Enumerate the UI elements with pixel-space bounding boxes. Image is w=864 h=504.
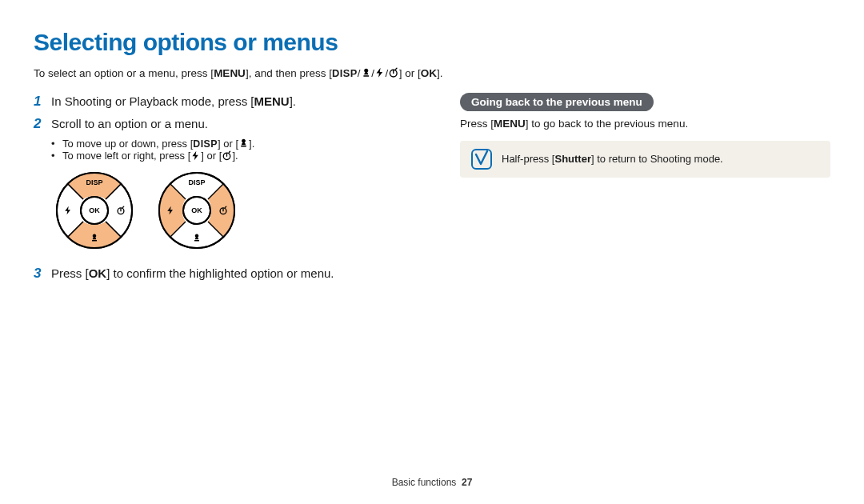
menu-token: MENU [254,95,289,107]
page-title: Selecting options or menus [34,29,830,56]
ok-label: OK [191,206,202,214]
step-2-text: Scroll to an option or a menu. [51,115,208,132]
dial-diagram-row: DISP OK [54,170,404,250]
disp-token: DISP [332,69,358,79]
s1-post: ]. [290,94,296,108]
footer: Basic functions 27 [0,477,864,488]
s3-pre: Press [ [51,266,89,280]
svg-rect-24 [472,150,491,169]
note-box: Half-press [Shutter] to return to Shooti… [460,141,830,178]
intro-pre: To select an option or a menu, press [ [34,67,214,79]
shutter-bold: Shutter [554,153,591,165]
sub1-end: ]. [249,138,254,150]
note-text: Half-press [Shutter] to return to Shooti… [502,153,723,165]
note-icon [471,149,492,170]
timer-icon [388,67,399,80]
disp-label: DISP [86,178,102,186]
ok-token: OK [89,267,107,279]
disp-token: DISP [193,139,218,149]
intro-end: ]. [437,67,443,79]
sub-item: To move left or right, press [] or []. [51,150,404,162]
ok-label: OK [89,206,100,214]
step-3-text: Press [OK] to confirm the highlighted op… [51,265,334,282]
flash-icon [374,67,386,80]
go-back-line: Press [MENU] to go back to the previous … [460,118,830,130]
gb-pre: Press [ [460,118,494,130]
dial-horizontal: DISP OK [157,170,237,250]
page-number: 27 [462,477,472,488]
flash-icon [190,150,201,162]
sub1-pre: To move up or down, press [ [62,138,193,150]
sub2-end: ]. [232,150,238,162]
gb-post: ] to go back to the previous menu. [526,118,688,130]
note-pre: Half-press [ [502,153,554,165]
footer-section: Basic functions [392,477,457,488]
macro-icon [361,67,372,80]
disp-label: DISP [188,178,205,186]
s1-pre: In Shooting or Playback mode, press [ [51,94,254,108]
note-post: ] to return to Shooting mode. [591,153,723,165]
left-column: 1 In Shooting or Playback mode, press [M… [34,93,404,287]
dial-vertical: DISP OK [54,170,134,250]
ok-token: OK [421,68,437,79]
intro-mid: ], and then press [ [246,67,332,79]
intro-post: ] or [ [399,67,421,79]
step-number: 1 [34,93,51,110]
sub2-pre: To move left or right, press [ [62,150,190,162]
sub-item: To move up or down, press [DISP] or []. [51,138,404,150]
s3-post: ] to confirm the highlighted option or m… [106,266,334,280]
sub1-mid: ] or [ [218,138,238,150]
macro-icon [238,138,249,150]
step-number: 2 [34,115,51,133]
section-pill: Going back to the previous menu [460,93,654,111]
timer-icon [222,150,232,162]
step-number: 3 [34,265,51,282]
menu-token: MENU [214,68,246,79]
sub2-mid: ] or [ [201,150,222,162]
intro-text: To select an option or a menu, press [ME… [34,67,830,80]
right-column: Going back to the previous menu Press [M… [460,93,830,287]
menu-token: MENU [494,118,526,130]
step-1-text: In Shooting or Playback mode, press [MEN… [51,93,296,110]
